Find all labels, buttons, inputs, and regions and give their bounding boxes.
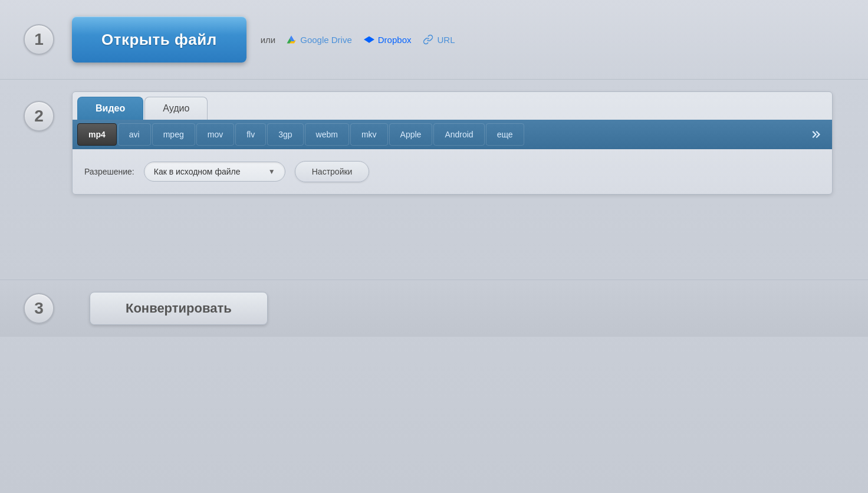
or-text: или [261, 35, 276, 45]
convert-button[interactable]: Конвертировать [90, 292, 268, 325]
format-flv[interactable]: flv [235, 123, 266, 146]
dropbox-icon [364, 34, 374, 45]
tab-bar: Видео Аудио [73, 92, 832, 120]
format-webm[interactable]: webm [305, 123, 349, 146]
dropbox-link[interactable]: Dropbox [364, 34, 412, 45]
section-3: 3 Конвертировать [0, 280, 868, 337]
cloud-links: Google Drive Dropbox URL [286, 34, 455, 45]
step-3-circle: 3 [24, 293, 54, 324]
step-2-circle: 2 [24, 101, 54, 132]
open-file-button[interactable]: Открыть файл [72, 17, 246, 63]
url-icon [423, 34, 433, 45]
format-bar-wrapper: mp4 avi mpeg mov flv 3gp webm mkv Apple … [73, 120, 832, 149]
format-android[interactable]: Android [433, 123, 484, 146]
url-link[interactable]: URL [423, 34, 455, 45]
format-more-arrow[interactable] [806, 124, 827, 145]
format-panel: Видео Аудио mp4 avi mpeg mov flv 3gp web… [72, 91, 833, 195]
format-avi[interactable]: avi [118, 123, 151, 146]
dropdown-arrow-icon: ▼ [268, 167, 275, 176]
google-drive-link[interactable]: Google Drive [286, 34, 352, 45]
resolution-label: Разрешение: [84, 167, 134, 176]
format-mkv[interactable]: mkv [350, 123, 388, 146]
format-mp4[interactable]: mp4 [77, 123, 117, 146]
format-mpeg[interactable]: mpeg [152, 123, 195, 146]
resolution-select[interactable]: Как в исходном файле ▼ [144, 162, 285, 182]
step-1-circle: 1 [24, 24, 54, 55]
settings-button[interactable]: Настройки [295, 161, 370, 182]
section-1: 1 Открыть файл или Google Drive [0, 0, 868, 80]
section-2: 2 Видео Аудио mp4 avi mpeg mov flv [0, 80, 868, 280]
url-label: URL [437, 35, 455, 45]
tab-video[interactable]: Видео [77, 97, 143, 120]
format-apple[interactable]: Apple [389, 123, 433, 146]
format-bar: mp4 avi mpeg mov flv 3gp webm mkv Apple … [77, 123, 827, 146]
settings-area: Разрешение: Как в исходном файле ▼ Настр… [73, 149, 832, 194]
format-more[interactable]: еще [486, 123, 524, 146]
google-drive-label: Google Drive [300, 35, 352, 45]
format-mov[interactable]: mov [196, 123, 234, 146]
resolution-value: Как в исходном файле [154, 167, 241, 176]
format-3gp[interactable]: 3gp [267, 123, 303, 146]
dropbox-label: Dropbox [378, 35, 412, 45]
tab-audio[interactable]: Аудио [144, 97, 208, 120]
google-drive-icon [286, 34, 297, 45]
